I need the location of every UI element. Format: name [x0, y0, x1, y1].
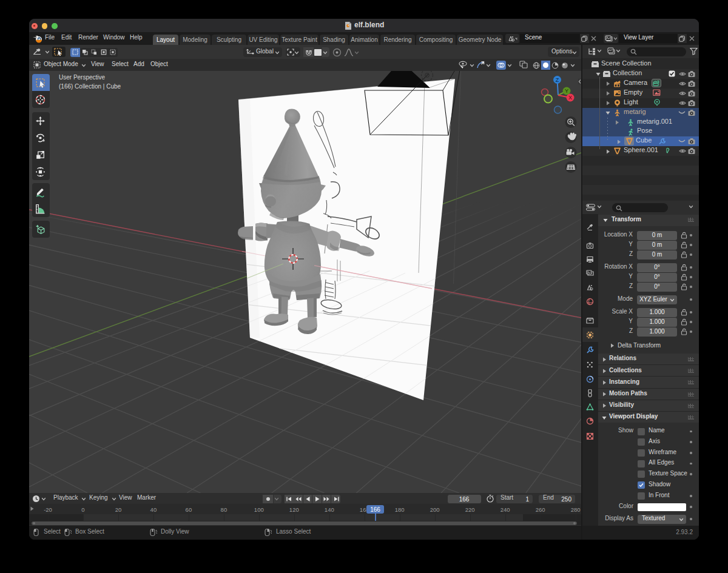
svg-text:Y: Y [565, 88, 568, 94]
svg-text:X: X [568, 95, 572, 101]
svg-text:Z: Z [556, 77, 559, 83]
